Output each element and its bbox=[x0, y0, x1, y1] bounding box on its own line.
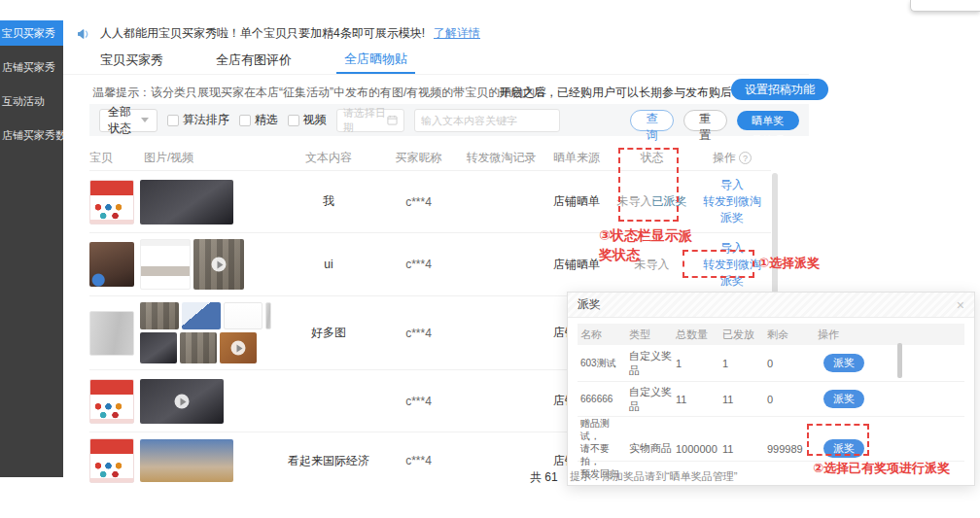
product-thumbnail[interactable] bbox=[89, 242, 134, 287]
review-image-thumbnail[interactable] bbox=[265, 302, 271, 329]
pagination-total: 共 61 bbox=[530, 469, 558, 486]
play-icon bbox=[175, 394, 190, 408]
product-thumbnail[interactable] bbox=[89, 180, 134, 224]
tab-item-buyer-show[interactable]: 宝贝买家秀 bbox=[92, 47, 171, 74]
prize-table: 名称 类型 总数量 已发放 剩余 操作 603测试 自定义奖品 1 1 0 派奖… bbox=[578, 324, 964, 462]
date-picker-input[interactable]: 请选择日期 bbox=[336, 109, 404, 132]
prize-type: 自定义奖品 bbox=[626, 349, 673, 378]
sidebar-item-interactive-activity[interactable]: 互动活动 bbox=[0, 88, 63, 114]
prize-row: 666666 自定义奖品 11 11 0 派奖 bbox=[578, 382, 964, 417]
annotation-step2: ②选择已有奖项进行派奖 bbox=[813, 459, 980, 477]
table-header-row: 宝贝 图片/视频 文本内容 买家昵称 转发微淘记录 晒单来源 状态 操作? bbox=[89, 146, 771, 171]
close-icon[interactable]: × bbox=[957, 297, 964, 313]
checkbox-icon bbox=[288, 115, 299, 126]
buyer-show-console: 宝贝买家秀 店铺买家秀 互动活动 店铺买家秀数据 人人都能用宝贝买家秀啦！单个宝… bbox=[0, 0, 980, 518]
video-checkbox[interactable]: 视频 bbox=[288, 112, 327, 128]
status-filter-select[interactable]: 全部状态 bbox=[99, 109, 158, 132]
buyer-nickname: c***4 bbox=[377, 327, 460, 340]
import-link[interactable]: 导入 bbox=[693, 240, 771, 257]
reset-button[interactable]: 重置 bbox=[683, 110, 727, 131]
filter-bar: 全部状态 算法排序 精选 视频 请选择日期 bbox=[89, 104, 809, 136]
prize-issued: 11 bbox=[719, 394, 764, 405]
product-thumbnail[interactable] bbox=[89, 438, 134, 483]
product-thumbnail[interactable] bbox=[89, 311, 134, 356]
col-source: 晒单来源 bbox=[542, 150, 611, 166]
annotation-step3: ③状态栏显示派奖状态 bbox=[599, 225, 700, 264]
review-video-thumbnail[interactable] bbox=[193, 239, 244, 290]
buyer-nickname: c***4 bbox=[377, 454, 460, 467]
review-image-thumbnail[interactable] bbox=[224, 302, 262, 329]
tip-text: 温馨提示：该分类只展现买家在本店“征集活动”中发布的有图/有视频的带宝贝的晒物内… bbox=[92, 85, 546, 101]
tab-bar: 宝贝买家秀 全店有图评价 全店晒物贴 bbox=[63, 47, 809, 75]
learn-more-link[interactable]: 了解详情 bbox=[434, 25, 480, 42]
setup-solicit-button[interactable]: 设置招稿功能 bbox=[731, 79, 828, 100]
algorithm-sort-checkbox[interactable]: 算法排序 bbox=[167, 112, 229, 128]
prize-type: 自定义奖品 bbox=[626, 385, 673, 414]
prize-table-header: 名称 类型 总数量 已发放 剩余 操作 bbox=[578, 324, 964, 345]
prize-manage-button[interactable]: 晒单奖品管理 bbox=[737, 111, 799, 130]
review-image-thumbnail[interactable] bbox=[180, 332, 217, 363]
col-media: 图片/视频 bbox=[134, 150, 280, 166]
review-image-thumbnail[interactable] bbox=[140, 332, 177, 363]
play-icon bbox=[231, 341, 246, 356]
col-status: 状态 bbox=[611, 150, 693, 166]
sidebar: 宝贝买家秀 店铺买家秀 互动活动 店铺买家秀数据 bbox=[0, 20, 63, 477]
prize-row: 603测试 自定义奖品 1 1 0 派奖 bbox=[578, 345, 964, 382]
prize-name: 666666 bbox=[578, 393, 626, 405]
import-link[interactable]: 导入 bbox=[693, 177, 771, 193]
product-thumbnail[interactable] bbox=[89, 379, 134, 424]
dispatch-prize-link[interactable]: 派奖 bbox=[693, 210, 771, 226]
calendar-icon bbox=[387, 115, 398, 125]
cutoff-popup-fragment bbox=[910, 0, 980, 12]
prize-name: 603测试 bbox=[578, 357, 626, 369]
prize-total: 11 bbox=[673, 394, 719, 405]
col-text: 文本内容 bbox=[280, 150, 377, 166]
tab-shop-show-posts[interactable]: 全店晒物贴 bbox=[336, 47, 415, 74]
prize-total: 1000000 bbox=[673, 443, 719, 455]
review-image-thumbnail[interactable] bbox=[140, 180, 233, 224]
checkbox-icon bbox=[239, 115, 251, 126]
prize-issued: 11 bbox=[719, 443, 764, 455]
col-nickname: 买家昵称 bbox=[377, 150, 460, 166]
show-source: 店铺晒单 bbox=[542, 193, 611, 210]
prize-total: 1 bbox=[673, 358, 719, 369]
announcement-text: 人人都能用宝贝买家秀啦！单个宝贝只要加精4条即可展示模块! bbox=[100, 25, 425, 42]
tab-shop-photo-reviews[interactable]: 全店有图评价 bbox=[208, 47, 299, 74]
featured-checkbox[interactable]: 精选 bbox=[239, 112, 278, 128]
col-product: 宝贝 bbox=[89, 150, 134, 166]
review-image-thumbnail[interactable] bbox=[140, 239, 191, 290]
repost-weitao-link[interactable]: 转发到微淘 bbox=[693, 193, 771, 210]
dispatch-prize-link[interactable]: 派奖 bbox=[693, 273, 771, 290]
checkbox-icon bbox=[167, 115, 179, 126]
review-text: 我 bbox=[280, 193, 377, 210]
col-ops: 操作? bbox=[693, 150, 771, 166]
modal-scrollbar[interactable] bbox=[897, 343, 902, 378]
prize-row: 赠品测试， 请不要拍， 预发回归 实物商品 1000000 11 999989 … bbox=[578, 417, 964, 462]
sidebar-item-buyer-show-data[interactable]: 店铺买家秀数据 bbox=[0, 122, 63, 148]
review-image-thumbnail[interactable] bbox=[140, 302, 179, 329]
keyword-input[interactable] bbox=[414, 109, 560, 132]
dispatch-prize-button[interactable]: 派奖 bbox=[823, 354, 864, 372]
help-icon[interactable]: ? bbox=[739, 152, 752, 164]
review-video-thumbnail[interactable] bbox=[140, 379, 224, 424]
modal-title: 派奖 bbox=[578, 296, 601, 313]
buyer-nickname: c***4 bbox=[377, 195, 460, 209]
buyer-nickname: c***4 bbox=[377, 258, 460, 271]
sidebar-item-shop-buyer-show[interactable]: 店铺买家秀 bbox=[0, 54, 63, 80]
search-button[interactable]: 查询 bbox=[630, 110, 674, 131]
announcement-bar: 人人都能用宝贝买家秀啦！单个宝贝只要加精4条即可展示模块! 了解详情 bbox=[63, 20, 809, 47]
modal-title-bar: 派奖 × bbox=[568, 293, 974, 318]
dispatch-prize-button[interactable]: 派奖 bbox=[823, 439, 864, 458]
annotation-step1: ①选择派奖 bbox=[758, 255, 820, 272]
status-cell: 未导入已派奖 bbox=[611, 193, 693, 210]
sidebar-item-item-buyer-show[interactable]: 宝贝买家秀 bbox=[0, 20, 63, 46]
review-text: 看起来国际经济 bbox=[280, 453, 377, 469]
review-image-thumbnail[interactable] bbox=[182, 302, 221, 329]
prize-remain: 0 bbox=[764, 358, 815, 369]
buyer-nickname: c***4 bbox=[377, 395, 460, 408]
review-image-thumbnail[interactable] bbox=[140, 439, 233, 482]
prize-remain: 999989 bbox=[764, 443, 815, 455]
prize-remain: 0 bbox=[764, 394, 815, 405]
dispatch-prize-button[interactable]: 派奖 bbox=[823, 390, 864, 408]
review-video-thumbnail[interactable] bbox=[220, 332, 257, 363]
